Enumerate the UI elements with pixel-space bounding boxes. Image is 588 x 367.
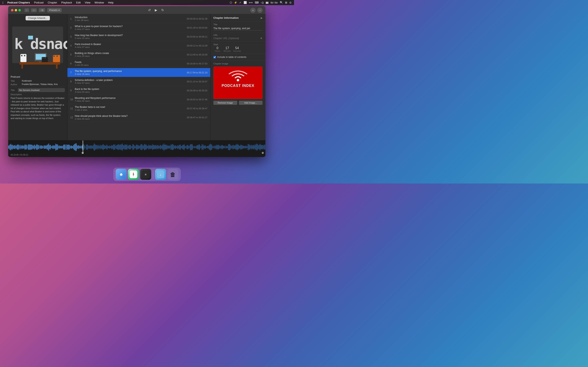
safari-icon bbox=[130, 170, 138, 178]
svg-rect-426 bbox=[252, 146, 253, 149]
dock-rcmd[interactable]: ⌘ bbox=[140, 169, 151, 180]
svg-rect-290 bbox=[169, 145, 170, 149]
menu-podcast[interactable]: Podcast bbox=[34, 1, 44, 4]
chapter-row[interactable]: 1 Introduction 1 min 39 secs 00:00:00 to… bbox=[67, 14, 210, 23]
chapter-time-range: 00:21:10 to 00:26:07 bbox=[187, 80, 208, 83]
svg-rect-295 bbox=[172, 144, 173, 150]
svg-rect-184 bbox=[104, 145, 105, 149]
apple-logo-icon[interactable]:  bbox=[2, 1, 3, 4]
minutes-input[interactable] bbox=[223, 46, 231, 50]
svg-rect-313 bbox=[183, 145, 184, 150]
control-center-icon[interactable]: ⊞ bbox=[285, 1, 287, 4]
svg-rect-33 bbox=[12, 144, 12, 150]
svg-rect-380 bbox=[224, 146, 225, 149]
chapter-row[interactable]: 5 Building on things others create 2 min… bbox=[67, 50, 210, 59]
minutes-label: Minutes bbox=[224, 50, 231, 52]
remove-image-button[interactable]: Remove Image bbox=[213, 101, 237, 105]
chapter-row[interactable]: 3 How long has Beaker been in developmen… bbox=[67, 32, 210, 41]
menu-help[interactable]: Help bbox=[107, 1, 114, 4]
svg-rect-391 bbox=[231, 145, 232, 149]
svg-rect-368 bbox=[217, 145, 217, 149]
hours-input[interactable] bbox=[213, 46, 222, 50]
chapter-duration: 1 min 39 secs bbox=[75, 19, 187, 21]
chapter-url-input[interactable] bbox=[213, 37, 260, 40]
chapter-row[interactable]: 11 The Beaker beta is out now! 1 min 2 s… bbox=[67, 104, 210, 113]
svg-rect-122 bbox=[66, 145, 67, 150]
forward-button[interactable]: ↻ bbox=[161, 8, 164, 12]
svg-rect-66 bbox=[32, 145, 33, 149]
close-button[interactable] bbox=[11, 9, 13, 11]
search-icon[interactable]: 🔍 bbox=[280, 1, 283, 4]
svg-rect-95 bbox=[50, 145, 50, 149]
waveform-time-display: 00:16:00 / 01:06:21 bbox=[11, 154, 28, 156]
chapter-number: 7 bbox=[70, 71, 75, 74]
change-artwork-button[interactable]: Change Artwork... bbox=[26, 16, 50, 20]
svg-rect-217 bbox=[125, 144, 125, 150]
chapter-row[interactable]: 12 How should people think about the Bea… bbox=[67, 113, 210, 122]
export-button[interactable]: ↑□ bbox=[31, 8, 37, 12]
chapter-duration: 3 mins 40 secs bbox=[75, 118, 187, 120]
seconds-input[interactable] bbox=[233, 46, 241, 50]
svg-rect-72 bbox=[36, 145, 36, 149]
dock-finder[interactable]: ☻ bbox=[116, 169, 127, 180]
minimize-button[interactable] bbox=[15, 9, 17, 11]
svg-rect-316 bbox=[185, 146, 186, 148]
svg-rect-146 bbox=[81, 145, 81, 149]
waveform-area[interactable]: 00:16:00 / 01:06:21 bbox=[8, 140, 265, 157]
svg-rect-383 bbox=[226, 146, 227, 148]
svg-rect-328 bbox=[192, 145, 193, 149]
toc-checkbox[interactable] bbox=[213, 56, 216, 58]
chapter-title-input[interactable] bbox=[213, 26, 263, 30]
dock-trash[interactable]: 🗑 bbox=[167, 169, 178, 180]
svg-rect-224 bbox=[129, 145, 129, 150]
add-image-button[interactable]: Add Image... bbox=[239, 101, 263, 105]
svg-rect-334 bbox=[196, 146, 197, 149]
chapter-row[interactable]: 4 Parts involved in Beaker 4 mins 27 sec… bbox=[67, 41, 210, 50]
fullscreen-button[interactable] bbox=[18, 9, 21, 11]
chapter-row[interactable]: 7 The file system, querying, and perform… bbox=[67, 68, 210, 77]
presets-button[interactable]: Presets ▾ bbox=[47, 8, 62, 12]
svg-rect-201 bbox=[115, 144, 115, 150]
menu-edit[interactable]: Edit bbox=[76, 1, 81, 4]
episode-title-input[interactable] bbox=[18, 88, 65, 92]
rewind-button[interactable]: ↺ bbox=[148, 8, 151, 12]
volume-icon: ◁) bbox=[261, 1, 264, 4]
panel-arrow-icon[interactable]: ▶ bbox=[261, 17, 263, 19]
play-button[interactable]: ▶ bbox=[155, 8, 157, 12]
chapter-row[interactable]: 8 Schema definition - a later problem 4 … bbox=[67, 77, 210, 86]
chapter-number: 3 bbox=[70, 35, 75, 38]
title-label: Title bbox=[11, 80, 22, 82]
audio-toggle-button[interactable]: ◁)) bbox=[39, 8, 45, 12]
dock-safari[interactable] bbox=[128, 169, 139, 180]
export-share-button[interactable]: ↑ bbox=[25, 8, 29, 12]
dock-downloads[interactable]: ↓ bbox=[155, 169, 166, 180]
svg-rect-388 bbox=[229, 144, 230, 150]
svg-rect-141 bbox=[78, 145, 78, 149]
svg-rect-188 bbox=[107, 145, 107, 150]
svg-rect-156 bbox=[87, 144, 87, 150]
chapter-row[interactable]: 10 Mounting and filesystem performance 7… bbox=[67, 95, 210, 104]
remove-chapter-button[interactable]: − bbox=[257, 8, 263, 13]
chapter-row[interactable]: 6 Feeds 1 min 53 secs 00:16:00 to 00:17:… bbox=[67, 59, 210, 68]
menu-chapter[interactable]: Chapter bbox=[47, 1, 58, 4]
chapter-row[interactable]: 2 What is a peer-to-peer browser for hac… bbox=[67, 23, 210, 32]
notification-icon[interactable]: ⊙ bbox=[289, 1, 292, 4]
svg-rect-29 bbox=[9, 145, 10, 150]
chapter-row[interactable]: 9 Back to the file system 3 mins 54 secs… bbox=[67, 86, 210, 95]
menu-podcast-chapters[interactable]: Podcast Chapters bbox=[7, 1, 31, 4]
add-chapter-button[interactable]: + bbox=[250, 8, 256, 13]
svg-rect-397 bbox=[235, 145, 235, 149]
svg-rect-64 bbox=[31, 145, 31, 150]
svg-rect-235 bbox=[136, 146, 136, 149]
menu-window[interactable]: Window bbox=[94, 1, 104, 4]
menu-view[interactable]: View bbox=[84, 1, 91, 4]
eye-icon[interactable]: 👁 bbox=[260, 37, 263, 40]
svg-rect-315 bbox=[185, 145, 185, 149]
svg-rect-173 bbox=[98, 145, 98, 150]
svg-rect-132 bbox=[72, 146, 73, 148]
svg-rect-75 bbox=[38, 145, 38, 150]
menu-playback[interactable]: Playback bbox=[61, 1, 73, 4]
svg-rect-296 bbox=[173, 144, 173, 150]
svg-rect-115 bbox=[62, 146, 62, 148]
podcast-section-title: Podcast bbox=[11, 75, 65, 78]
